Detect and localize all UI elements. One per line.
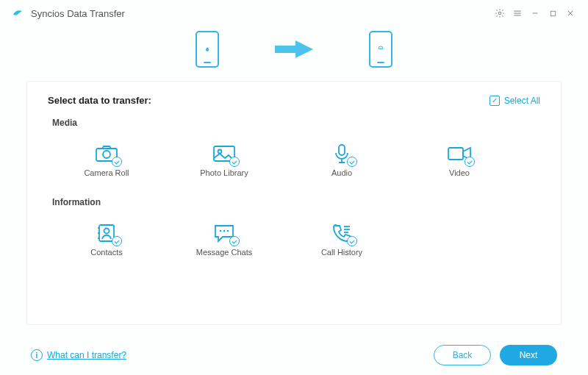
back-button[interactable]: Back — [434, 345, 491, 365]
svg-point-9 — [380, 48, 381, 49]
help-link[interactable]: i What can I transfer? — [31, 349, 126, 361]
svg-rect-15 — [339, 145, 345, 155]
item-label: Message Chats — [196, 248, 252, 257]
panel-heading: Select data to transfer: — [48, 95, 151, 106]
item-label: Call History — [321, 248, 362, 257]
transfer-arrow-icon — [270, 38, 318, 60]
section-title-media: Media — [52, 118, 540, 128]
svg-point-12 — [103, 151, 110, 158]
item-label: Photo Library — [200, 168, 248, 177]
app-window: Syncios Data Transfer Select — [0, 0, 588, 375]
app-title: Syncios Data Transfer — [31, 8, 125, 19]
contacts-icon — [94, 223, 119, 243]
media-grid: Camera Roll Photo Library Audio — [48, 134, 540, 187]
select-all-toggle[interactable]: ✓ Select All — [490, 96, 540, 106]
item-photo-library[interactable]: Photo Library — [165, 134, 283, 187]
maximize-button[interactable] — [544, 4, 562, 22]
source-device-icon — [196, 31, 219, 68]
section-title-information: Information — [52, 197, 540, 207]
content-panel: Select data to transfer: ✓ Select All Me… — [26, 81, 562, 325]
titlebar: Syncios Data Transfer — [0, 0, 588, 26]
footer: i What can I transfer? Back Next — [0, 335, 588, 375]
menu-button[interactable] — [509, 4, 526, 22]
help-link-text: What can I transfer? — [47, 350, 126, 360]
item-label: Audio — [331, 168, 352, 177]
svg-point-23 — [223, 230, 226, 232]
settings-button[interactable] — [491, 4, 509, 22]
mic-icon — [329, 143, 354, 164]
item-message-chats[interactable]: Message Chats — [165, 213, 283, 266]
select-all-checkbox-icon: ✓ — [490, 96, 500, 106]
information-grid: Contacts Message Chats Call History — [48, 213, 540, 266]
minimize-button[interactable] — [526, 4, 544, 22]
app-logo-icon — [10, 6, 25, 21]
close-button[interactable] — [562, 4, 579, 22]
photo-icon — [212, 143, 237, 164]
info-icon: i — [31, 349, 43, 361]
svg-rect-16 — [448, 148, 463, 160]
item-camera-roll[interactable]: Camera Roll — [48, 134, 165, 187]
svg-point-0 — [498, 12, 501, 15]
device-transfer-row — [0, 26, 588, 81]
svg-point-18 — [104, 229, 110, 234]
item-video[interactable]: Video — [401, 134, 518, 187]
item-label: Contacts — [90, 248, 122, 257]
phone-icon — [329, 223, 354, 243]
svg-marker-8 — [275, 40, 313, 58]
item-label: Camera Roll — [84, 168, 129, 177]
item-label: Video — [449, 168, 470, 177]
svg-point-22 — [220, 230, 222, 232]
item-contacts[interactable]: Contacts — [48, 213, 165, 266]
svg-point-14 — [218, 150, 222, 154]
panel-header: Select data to transfer: ✓ Select All — [48, 95, 540, 106]
camera-icon — [94, 143, 119, 164]
select-all-label: Select All — [504, 96, 540, 106]
item-call-history[interactable]: Call History — [283, 213, 401, 266]
next-button[interactable]: Next — [500, 345, 557, 365]
svg-point-24 — [227, 230, 229, 232]
svg-rect-5 — [551, 11, 555, 15]
message-icon — [212, 223, 237, 243]
video-icon — [447, 143, 472, 164]
target-device-icon — [369, 31, 392, 68]
svg-point-10 — [381, 48, 382, 49]
item-audio[interactable]: Audio — [283, 134, 401, 187]
